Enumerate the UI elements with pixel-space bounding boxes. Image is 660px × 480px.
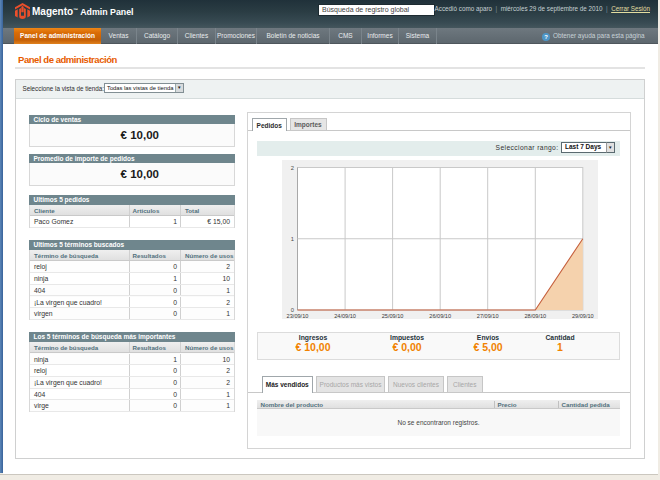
svg-text:23/09/10: 23/09/10 <box>287 312 309 318</box>
svg-text:28/09/10: 28/09/10 <box>524 312 546 318</box>
svg-text:27/09/10: 27/09/10 <box>477 312 499 318</box>
svg-text:24/09/10: 24/09/10 <box>334 312 356 318</box>
svg-text:2: 2 <box>291 164 294 170</box>
svg-text:26/09/10: 26/09/10 <box>429 312 451 318</box>
svg-text:25/09/10: 25/09/10 <box>382 312 404 318</box>
svg-text:29/09/10: 29/09/10 <box>572 312 594 318</box>
svg-text:1: 1 <box>291 236 294 242</box>
